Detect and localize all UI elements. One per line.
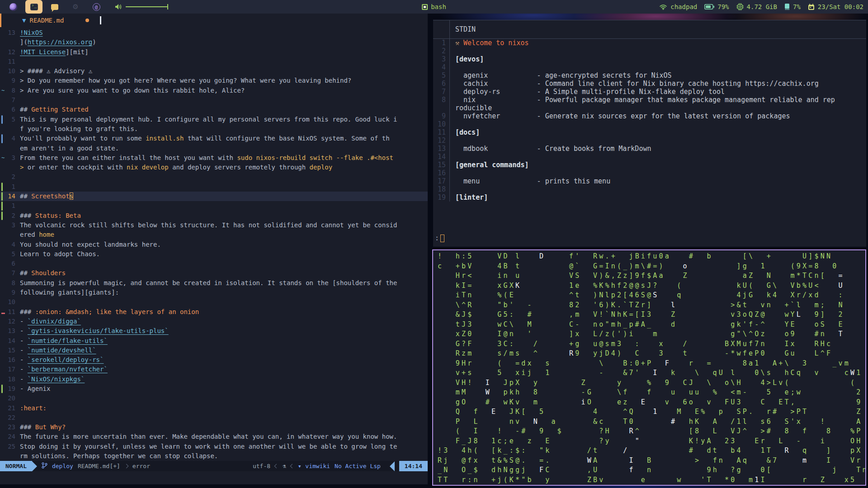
matrix-row: c +bV 4B t @` G=In(_)m\#=) o ]g 1 (9X=8 … bbox=[438, 262, 865, 272]
gutter bbox=[0, 221, 4, 230]
pager-line: 10 bbox=[433, 120, 866, 128]
gutter-diff-indicator bbox=[0, 182, 4, 192]
gutter-diff-indicator bbox=[0, 86, 4, 95]
line-number: 21 bbox=[4, 404, 15, 413]
gutter-diff-indicator bbox=[0, 307, 4, 317]
matrix-character-grid: ! h:5 VD l D f' Rw.+ jBifu0a # b [\ + U]… bbox=[438, 252, 865, 485]
pager-prompt-colon: : bbox=[435, 234, 439, 242]
gutter bbox=[0, 249, 4, 259]
matrix-row: mM W pkh 8 -G \f f u uu % <m- 5 e;w 2 bbox=[438, 388, 865, 398]
editor-line: 21:heart: bbox=[0, 404, 428, 413]
pager-line-number: 7 bbox=[433, 88, 449, 96]
editor-window: ▼ README.md 13!NixOS](https://nixos.org)… bbox=[0, 14, 428, 484]
line-number bbox=[4, 451, 15, 461]
line-number: 7 bbox=[4, 268, 15, 278]
workspace-browser[interactable] bbox=[5, 0, 22, 14]
line-number: 10 bbox=[4, 297, 15, 307]
matrix-row: TT r:n +j(K*"b y ZBv e w 'T *0 m1I r Z x… bbox=[438, 475, 865, 485]
editor-line: 4You should not expect landmarks here. bbox=[0, 240, 428, 249]
workspace-terminal-active[interactable] bbox=[25, 0, 42, 14]
editor-line: 7 bbox=[0, 95, 428, 105]
gutter bbox=[0, 375, 4, 384]
browser-icon bbox=[9, 3, 17, 11]
memory-widget[interactable]: 4.72 GiB bbox=[736, 3, 777, 10]
workspace-settings[interactable]: ⚙ bbox=[67, 0, 84, 14]
battery-widget[interactable]: 79% bbox=[704, 3, 729, 10]
line-number: 3 bbox=[4, 221, 15, 230]
editor-line: ](https://nixos.org) bbox=[0, 38, 428, 47]
matrix-row: !3 4h( [k_:$: "k /t / # dt b4 1T R q ] p… bbox=[438, 446, 865, 456]
editor-line: 23### But Why? bbox=[0, 422, 428, 432]
line-number: 3 bbox=[4, 153, 15, 163]
volume-widget[interactable] bbox=[115, 4, 167, 10]
pager-line: 9 nvfetcher - Generate nix sources expr … bbox=[433, 112, 866, 120]
gutter bbox=[0, 47, 4, 57]
pager-line-number: 13 bbox=[433, 145, 449, 153]
gutter bbox=[0, 28, 4, 38]
matrix-row: G?F 3C: / +g u@sm3 : x / BXMuf7n Ix RHc bbox=[438, 339, 865, 349]
gutter bbox=[0, 76, 4, 85]
gutter bbox=[0, 404, 4, 413]
gutter bbox=[0, 268, 4, 278]
line-number: 10 bbox=[4, 66, 15, 76]
editor-line: 10> #### ⚠ Advisory ⚠ bbox=[0, 66, 428, 76]
line-number: 17 bbox=[4, 365, 15, 374]
pager-line-number: 15 bbox=[433, 161, 449, 169]
line-number: 11 bbox=[4, 307, 15, 317]
mode-indicator: NORMAL bbox=[0, 461, 32, 471]
line-number: 9 bbox=[4, 288, 15, 297]
gutter-diff-indicator bbox=[0, 134, 4, 143]
hostname-label: chadpad bbox=[670, 3, 697, 10]
pager-window[interactable]: STDIN 1⚒Welcome to nixos23[devos]45 agen… bbox=[433, 20, 866, 247]
editor-line: ered home bbox=[0, 230, 428, 239]
pager-titlebar: STDIN bbox=[433, 20, 866, 38]
editor-line: 6## Getting Started bbox=[0, 105, 428, 114]
clock-widget[interactable]: 23/Sat 00:02 bbox=[808, 3, 863, 10]
workspace-chat[interactable] bbox=[46, 0, 63, 14]
line-number: 24 bbox=[4, 432, 15, 441]
matrix-terminal-window[interactable]: ! h:5 VD l D f' Rw.+ jBifu0a # b [\ + U]… bbox=[432, 249, 866, 486]
line-number: 18 bbox=[4, 375, 15, 384]
modified-dot-indicator bbox=[85, 19, 89, 22]
powerline-separator bbox=[32, 461, 37, 471]
editor-line: 8Summoning is powerful magic, and cannot… bbox=[0, 278, 428, 288]
chevron-left-icon bbox=[274, 464, 279, 469]
tab-readme[interactable]: ▼ README.md bbox=[1, 17, 89, 24]
pager-line: 13 mdbook - Create books from MarkDown bbox=[433, 145, 866, 153]
battery-icon bbox=[704, 4, 714, 9]
line-number: 1 bbox=[4, 201, 15, 211]
gutter bbox=[0, 346, 4, 355]
top-bar: ⚙ @ bash chadpad 79% bbox=[0, 0, 868, 14]
line-number: 7 bbox=[4, 95, 15, 105]
pager-line-number: 17 bbox=[433, 177, 449, 185]
network-widget[interactable]: chadpad bbox=[659, 3, 697, 10]
cpu-widget[interactable]: 7% bbox=[784, 3, 801, 10]
pager-line: 2 bbox=[433, 47, 866, 55]
matrix-row: VH! I JpX y Z y % 9 CJ \ o\H 4>Lv( ( bbox=[438, 378, 865, 388]
battery-label: 79% bbox=[717, 3, 729, 10]
pager-prompt[interactable]: : bbox=[435, 234, 444, 242]
matrix-row: Rj @fx t&%S@. =. WA I B > fn Aq &7 m I V… bbox=[438, 456, 865, 466]
editor-line: 14## Screetshots bbox=[0, 192, 428, 201]
editor-line: 1 bbox=[0, 182, 428, 192]
editor-line: 14- `numtide/flake-utils` bbox=[0, 336, 428, 346]
line-number: 16 bbox=[4, 355, 15, 365]
git-branch-icon bbox=[42, 462, 47, 470]
workspace-social[interactable]: @ bbox=[88, 0, 105, 14]
editor-line: 22 bbox=[0, 413, 428, 422]
markdown-file-icon: ▼ bbox=[22, 18, 26, 23]
pager-line: 18 bbox=[433, 185, 866, 193]
gutter bbox=[0, 278, 4, 288]
pager-line: roducible bbox=[433, 104, 866, 112]
line-number: 19 bbox=[4, 384, 15, 394]
line-number bbox=[4, 144, 15, 153]
editor-line: 5Learn to adopt Chaos. bbox=[0, 249, 428, 259]
pager-line-number: 1 bbox=[433, 39, 449, 47]
pager-line-number: 19 bbox=[433, 193, 449, 202]
pager-line: 6 cachix - Command line client for Nix b… bbox=[433, 80, 866, 88]
pager-line-number: 18 bbox=[433, 185, 449, 193]
gutter bbox=[0, 240, 4, 249]
pager-line: 12 bbox=[433, 136, 866, 145]
volume-slider[interactable] bbox=[126, 6, 167, 7]
editor-text-area[interactable]: 13!NixOS](https://nixos.org)12!MIT Licen… bbox=[0, 27, 428, 461]
